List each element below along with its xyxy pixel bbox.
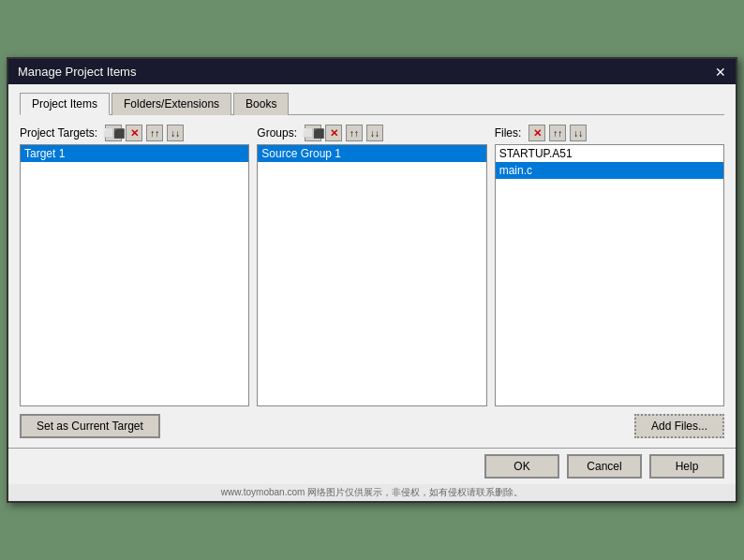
arrow-down-icon: ↓ xyxy=(578,128,583,139)
files-list[interactable]: STARTUP.A51 main.c xyxy=(495,144,724,406)
project-targets-list[interactable]: Target 1 xyxy=(20,144,249,406)
list-item[interactable]: main.c xyxy=(496,162,723,179)
dialog-body: Project Items Folders/Extensions Books P… xyxy=(8,84,736,448)
footer-buttons: OK Cancel Help xyxy=(484,454,724,479)
project-targets-delete-button[interactable]: ✕ xyxy=(126,125,142,141)
bottom-right-buttons: Add Files... xyxy=(634,414,724,438)
bottom-row: Set as Current Target Add Files... xyxy=(20,414,724,438)
delete-icon: ✕ xyxy=(533,127,542,140)
list-item[interactable]: Target 1 xyxy=(21,145,248,162)
title-bar: Manage Project Items ✕ xyxy=(8,59,736,84)
files-down-button[interactable]: ↓ xyxy=(570,125,587,141)
project-targets-up-button[interactable]: ↑ xyxy=(146,125,163,141)
project-targets-header: Project Targets: ⬛ ✕ ↑ ↓ xyxy=(20,125,249,141)
groups-header: Groups: ⬛ ✕ ↑ ↓ xyxy=(257,125,486,141)
groups-up-button[interactable]: ↑ xyxy=(346,125,363,141)
files-label: Files: xyxy=(495,126,522,140)
files-up-button[interactable]: ↑ xyxy=(549,125,566,141)
arrow-down-icon: ↓ xyxy=(375,128,379,139)
watermark: www.toymoban.com 网络图片仅供展示，非侵权，如有侵权请联系删除。 xyxy=(8,484,736,501)
arrow-down-icon: ↓ xyxy=(175,128,180,139)
project-targets-label: Project Targets: xyxy=(20,126,97,140)
files-panel: Files: ✕ ↑ ↓ STARTUP.A51 xyxy=(495,125,724,406)
footer: OK Cancel Help xyxy=(8,448,736,484)
files-header: Files: ✕ ↑ ↓ xyxy=(495,125,724,141)
tab-project-items[interactable]: Project Items xyxy=(20,93,110,115)
groups-delete-button[interactable]: ✕ xyxy=(325,125,342,141)
help-button[interactable]: Help xyxy=(649,454,724,479)
groups-label: Groups: xyxy=(257,126,297,140)
tab-folders-extensions[interactable]: Folders/Extensions xyxy=(112,93,231,115)
close-button[interactable]: ✕ xyxy=(715,66,726,79)
list-item[interactable]: STARTUP.A51 xyxy=(496,145,723,162)
tab-books[interactable]: Books xyxy=(233,93,289,115)
arrow-up-icon: ↑ xyxy=(354,128,359,139)
tabs-row: Project Items Folders/Extensions Books xyxy=(20,92,724,115)
groups-list[interactable]: Source Group 1 xyxy=(257,144,486,406)
new-icon: ⬛ xyxy=(313,128,324,139)
arrow-up-icon: ↑ xyxy=(558,128,562,139)
project-targets-new-button[interactable]: ⬛ xyxy=(105,125,122,141)
new-icon: ⬛ xyxy=(113,128,125,139)
arrow-up-icon: ↑ xyxy=(155,128,159,139)
list-item[interactable]: Source Group 1 xyxy=(258,145,485,162)
dialog-title: Manage Project Items xyxy=(18,65,136,79)
delete-icon: ✕ xyxy=(330,127,338,140)
bottom-left-buttons: Set as Current Target xyxy=(20,414,160,438)
delete-icon: ✕ xyxy=(130,127,139,140)
groups-new-button[interactable]: ⬛ xyxy=(305,125,321,141)
set-current-target-button[interactable]: Set as Current Target xyxy=(20,414,160,438)
cancel-button[interactable]: Cancel xyxy=(567,454,642,479)
groups-panel: Groups: ⬛ ✕ ↑ ↓ Source xyxy=(257,125,486,406)
panels-row: Project Targets: ⬛ ✕ ↑ ↓ xyxy=(20,125,724,406)
project-targets-down-button[interactable]: ↓ xyxy=(167,125,184,141)
groups-down-button[interactable]: ↓ xyxy=(366,125,383,141)
add-files-button[interactable]: Add Files... xyxy=(634,414,724,438)
files-delete-button[interactable]: ✕ xyxy=(528,125,545,141)
manage-project-items-dialog: Manage Project Items ✕ Project Items Fol… xyxy=(7,57,737,503)
ok-button[interactable]: OK xyxy=(484,454,559,479)
project-targets-panel: Project Targets: ⬛ ✕ ↑ ↓ xyxy=(20,125,249,406)
